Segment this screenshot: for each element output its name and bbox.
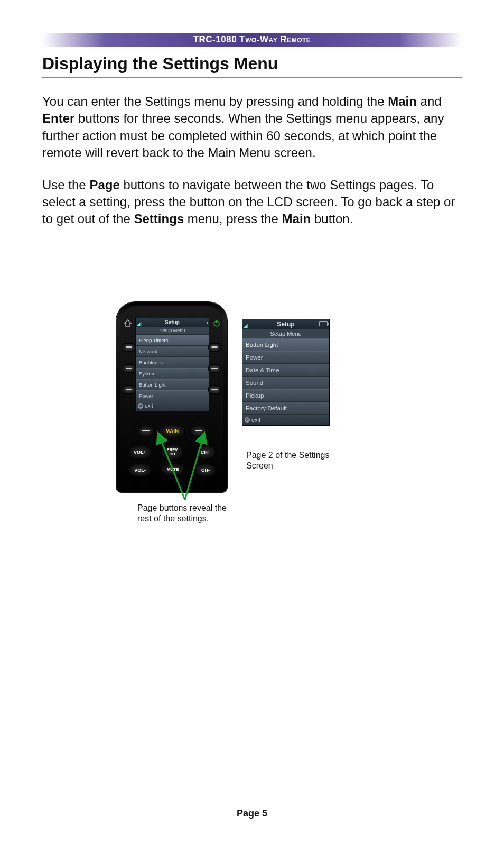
battery-icon bbox=[319, 321, 328, 326]
lcd-exit-row[interactable]: ✕ exit bbox=[136, 401, 209, 411]
lcd-item[interactable]: Pickup bbox=[242, 389, 329, 402]
vol-up-button[interactable]: VOL+ bbox=[129, 446, 151, 458]
home-icon bbox=[124, 319, 132, 327]
settings-page2-panel: Setup Setup Menu Button Light Power Date… bbox=[242, 319, 330, 426]
bold-enter: Enter bbox=[42, 111, 74, 125]
lcd-title-text: Setup bbox=[165, 319, 180, 325]
side-button-left[interactable] bbox=[123, 343, 135, 352]
caption-page-buttons: Page buttons reveal the rest of the sett… bbox=[137, 503, 238, 524]
power-icon bbox=[212, 319, 221, 327]
signal-icon bbox=[244, 322, 249, 326]
paragraph-1: You can enter the Settings menu by press… bbox=[42, 93, 462, 162]
lcd-item[interactable]: Network bbox=[136, 346, 209, 357]
svg-rect-8 bbox=[244, 327, 245, 328]
text: and bbox=[417, 94, 442, 108]
paragraph-2: Use the Page buttons to navigate between… bbox=[42, 177, 462, 228]
lcd-item[interactable]: Power bbox=[136, 390, 209, 401]
lcd-exit-label: exit bbox=[145, 401, 153, 411]
ch-down-button[interactable]: CH- bbox=[195, 464, 216, 476]
title-underline bbox=[42, 77, 462, 78]
svg-rect-10 bbox=[246, 325, 247, 328]
lcd-item[interactable]: Button Light bbox=[136, 379, 209, 390]
side-button-right[interactable] bbox=[208, 343, 221, 352]
lcd-item[interactable]: Date & Time bbox=[242, 364, 329, 377]
svg-rect-5 bbox=[141, 322, 142, 326]
lcd-item[interactable]: Factory Default bbox=[242, 402, 329, 415]
lcd-item[interactable]: Power bbox=[242, 351, 329, 364]
close-icon: ✕ bbox=[138, 403, 143, 409]
lcd-item[interactable]: Sleep Timers bbox=[136, 335, 209, 346]
lcd-item[interactable]: System bbox=[136, 368, 209, 379]
prev-ch-button[interactable]: PREV CH bbox=[162, 445, 183, 460]
remote-lcd: Setup Setup Menu Sleep Timers Network Br… bbox=[135, 318, 209, 409]
lcd-exit-label: exit bbox=[251, 415, 260, 425]
lcd-subtitle: Setup Menu bbox=[136, 327, 209, 335]
page-button-right[interactable] bbox=[190, 426, 207, 436]
svg-rect-3 bbox=[138, 324, 139, 326]
lcd-title-text: Setup bbox=[277, 320, 294, 328]
lcd-item[interactable]: Brightness bbox=[136, 357, 209, 368]
svg-rect-4 bbox=[139, 323, 141, 326]
section-title: Displaying the Settings Menu bbox=[42, 54, 462, 74]
page-number: Page 5 bbox=[0, 808, 504, 819]
figure-area: Setup Setup Menu Sleep Timers Network Br… bbox=[42, 302, 462, 556]
lcd-title-bar: Setup bbox=[136, 318, 209, 327]
vol-down-button[interactable]: VOL- bbox=[129, 464, 151, 476]
text: You can enter the Settings menu by press… bbox=[42, 94, 388, 108]
lcd-title-bar: Setup bbox=[242, 319, 329, 329]
mute-button[interactable]: MUTE bbox=[162, 464, 184, 475]
caption-page2: Page 2 of the Settings Screen bbox=[246, 450, 341, 471]
bold-main: Main bbox=[388, 94, 417, 108]
text: Use the bbox=[42, 178, 89, 192]
page-button-left[interactable] bbox=[137, 426, 154, 436]
text: button. bbox=[311, 212, 353, 226]
text: menu, press the bbox=[184, 212, 282, 226]
lcd-exit-row[interactable]: ✕ exit bbox=[242, 415, 329, 425]
ch-up-button[interactable]: CH+ bbox=[195, 446, 216, 458]
signal-icon bbox=[137, 320, 143, 325]
side-button-left[interactable] bbox=[123, 385, 135, 394]
bold-main: Main bbox=[282, 212, 311, 226]
bold-page: Page bbox=[89, 178, 119, 192]
lcd-subtitle: Setup Menu bbox=[242, 329, 329, 338]
battery-icon bbox=[199, 320, 207, 325]
bold-settings: Settings bbox=[134, 212, 184, 226]
main-button[interactable]: MAIN bbox=[160, 425, 185, 437]
lcd-item[interactable]: Sound bbox=[242, 377, 329, 389]
svg-rect-2 bbox=[137, 325, 138, 326]
text: buttons for three seconds. When the Sett… bbox=[42, 111, 444, 160]
lcd-item[interactable]: Button Light bbox=[242, 338, 329, 351]
remote-illustration: Setup Setup Menu Sleep Timers Network Br… bbox=[116, 302, 227, 492]
side-button-right[interactable] bbox=[208, 385, 221, 394]
side-button-right[interactable] bbox=[208, 364, 221, 373]
header-bar: TRC-1080 Two-Way Remote bbox=[42, 33, 462, 47]
svg-rect-9 bbox=[245, 326, 246, 328]
svg-rect-11 bbox=[247, 324, 248, 328]
close-icon: ✕ bbox=[245, 417, 250, 423]
side-button-left[interactable] bbox=[123, 364, 135, 373]
